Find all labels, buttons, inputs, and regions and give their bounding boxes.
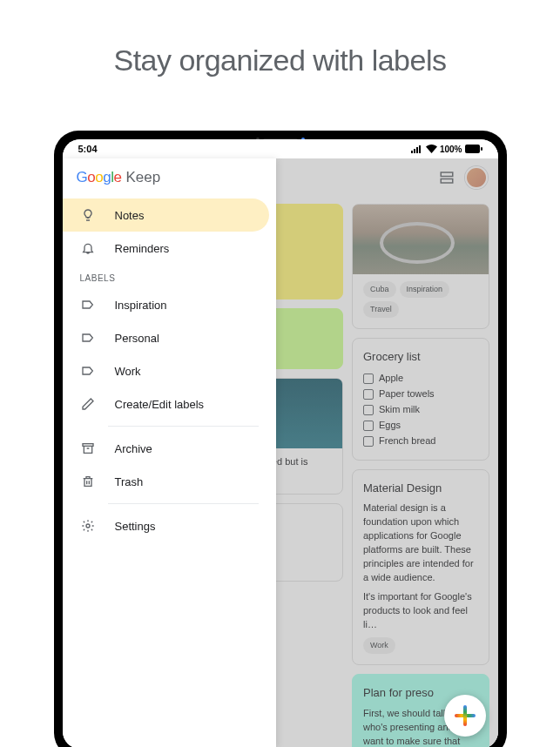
svg-rect-4 <box>465 145 480 153</box>
screen: 5:04 100% Google Keep Notes <box>63 139 498 747</box>
svg-rect-0 <box>411 151 413 153</box>
label-icon <box>80 297 96 313</box>
archive-icon <box>80 441 96 456</box>
wifi-icon <box>426 145 437 153</box>
drawer-item-personal[interactable]: Personal <box>63 321 269 354</box>
drawer-section-labels: LABELS <box>63 265 276 288</box>
svg-point-7 <box>86 524 90 528</box>
drawer-item-notes[interactable]: Notes <box>63 199 269 232</box>
google-logo: Google <box>77 169 122 186</box>
status-time: 5:04 <box>78 144 98 154</box>
drawer-label: Work <box>115 365 141 378</box>
drawer-item-work[interactable]: Work <box>63 354 269 387</box>
trash-icon <box>80 474 96 489</box>
status-right: 100% <box>411 145 482 154</box>
drawer-label: Reminders <box>115 242 170 255</box>
drawer-label: Create/Edit labels <box>115 398 205 411</box>
svg-rect-5 <box>481 147 482 151</box>
signal-icon <box>411 145 423 153</box>
drawer-label: Trash <box>115 475 144 488</box>
drawer-item-reminders[interactable]: Reminders <box>63 232 269 265</box>
drawer-item-edit-labels[interactable]: Create/Edit labels <box>63 387 269 421</box>
svg-rect-2 <box>416 147 418 153</box>
svg-rect-1 <box>414 149 415 153</box>
drawer-label: Inspiration <box>115 299 167 312</box>
bell-icon <box>80 240 96 256</box>
drawer-scrim[interactable] <box>276 158 498 747</box>
label-icon <box>80 330 96 346</box>
drawer-item-inspiration[interactable]: Inspiration <box>63 288 269 321</box>
drawer-label: Settings <box>115 520 156 533</box>
navigation-drawer: Google Keep Notes Reminders LABELS Inspi… <box>63 158 276 747</box>
lightbulb-icon <box>80 207 96 223</box>
fab-add-note[interactable] <box>444 695 486 737</box>
label-icon <box>80 363 96 379</box>
main-content: out with Gen bout launch uad e in Calend… <box>276 158 498 747</box>
battery-icon <box>465 145 482 153</box>
plus-icon <box>455 705 476 726</box>
svg-rect-6 <box>83 444 93 447</box>
divider <box>108 503 259 504</box>
drawer-item-trash[interactable]: Trash <box>63 465 269 498</box>
drawer-item-archive[interactable]: Archive <box>63 432 269 465</box>
battery-percent: 100% <box>440 145 462 154</box>
tablet-frame: 5:04 100% Google Keep Notes <box>54 131 507 747</box>
drawer-header: Google Keep <box>63 158 276 199</box>
hero-title: Stay organized with labels <box>0 0 560 112</box>
status-bar: 5:04 100% <box>63 139 498 158</box>
drawer-label: Personal <box>115 332 159 345</box>
drawer-item-settings[interactable]: Settings <box>63 509 269 542</box>
drawer-label: Archive <box>115 442 152 455</box>
svg-rect-3 <box>419 145 421 153</box>
gear-icon <box>80 518 96 534</box>
divider <box>108 426 259 427</box>
drawer-label: Notes <box>115 209 145 222</box>
pencil-icon <box>80 396 96 412</box>
keep-logo-text: Keep <box>125 169 160 186</box>
